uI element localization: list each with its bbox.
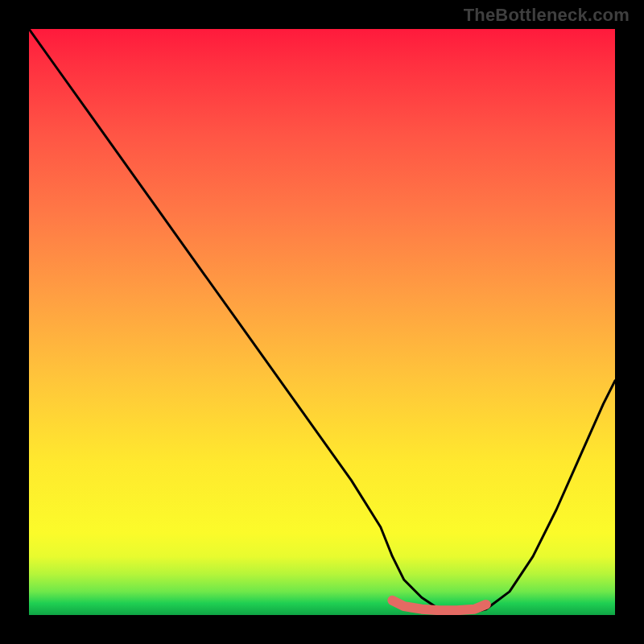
watermark-text: TheBottleneck.com (464, 5, 630, 26)
plot-area (29, 29, 615, 615)
chart-frame: TheBottleneck.com (0, 0, 644, 644)
gradient-background (29, 29, 615, 615)
